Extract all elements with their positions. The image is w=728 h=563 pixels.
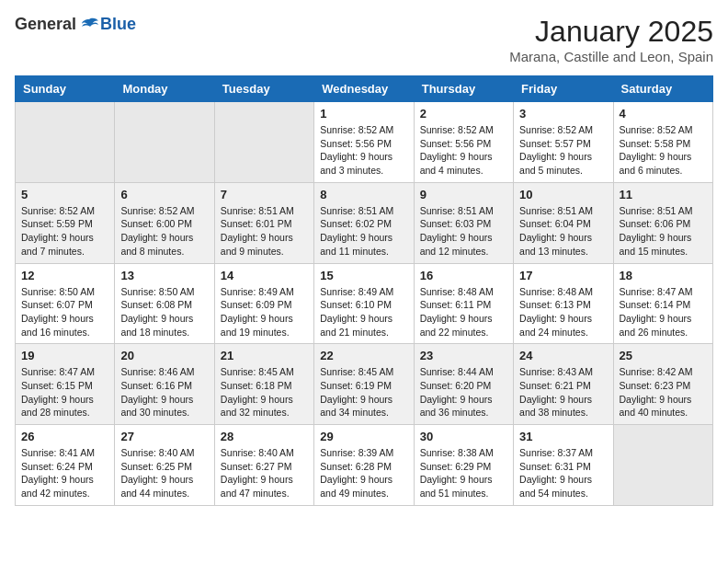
day-number: 16 bbox=[420, 269, 507, 282]
day-number: 11 bbox=[620, 188, 707, 201]
day-info: Sunrise: 8:51 AMSunset: 6:04 PMDaylight:… bbox=[519, 204, 607, 259]
day-info: Sunrise: 8:49 AMSunset: 6:09 PMDaylight:… bbox=[221, 285, 308, 339]
day-number: 5 bbox=[21, 188, 108, 201]
day-info: Sunrise: 8:47 AMSunset: 6:15 PMDaylight:… bbox=[21, 365, 108, 419]
calendar-day-cell: 9Sunrise: 8:51 AMSunset: 6:03 PMDaylight… bbox=[414, 182, 513, 263]
day-info: Sunrise: 8:46 AMSunset: 6:16 PMDaylight:… bbox=[120, 365, 208, 419]
calendar-day-cell: 3Sunrise: 8:52 AMSunset: 5:57 PMDaylight… bbox=[514, 102, 613, 183]
day-info: Sunrise: 8:52 AMSunset: 5:58 PMDaylight:… bbox=[620, 123, 707, 178]
calendar-day-cell: 10Sunrise: 8:51 AMSunset: 6:04 PMDayligh… bbox=[514, 182, 613, 263]
day-number: 7 bbox=[221, 188, 308, 201]
day-number: 15 bbox=[320, 269, 407, 282]
day-of-week-header: Wednesday bbox=[314, 76, 414, 102]
calendar-day-cell: 19Sunrise: 8:47 AMSunset: 6:15 PMDayligh… bbox=[16, 344, 115, 425]
day-info: Sunrise: 8:42 AMSunset: 6:23 PMDaylight:… bbox=[620, 365, 707, 419]
day-info: Sunrise: 8:40 AMSunset: 6:25 PMDaylight:… bbox=[120, 446, 208, 500]
calendar-day-cell: 20Sunrise: 8:46 AMSunset: 6:16 PMDayligh… bbox=[115, 344, 214, 425]
logo: General Blue bbox=[15, 15, 136, 34]
day-number: 30 bbox=[420, 430, 507, 443]
day-number: 1 bbox=[320, 107, 407, 121]
calendar-day-cell bbox=[115, 102, 214, 183]
day-of-week-header: Saturday bbox=[613, 76, 712, 102]
day-number: 22 bbox=[320, 349, 407, 362]
calendar-day-cell: 16Sunrise: 8:48 AMSunset: 6:11 PMDayligh… bbox=[414, 263, 513, 344]
day-number: 19 bbox=[21, 349, 108, 362]
page-header: General Blue January 2025 Marana, Castil… bbox=[15, 15, 713, 64]
day-number: 2 bbox=[420, 107, 507, 121]
day-info: Sunrise: 8:51 AMSunset: 6:06 PMDaylight:… bbox=[620, 204, 707, 259]
day-number: 18 bbox=[620, 269, 707, 282]
calendar-day-cell: 31Sunrise: 8:37 AMSunset: 6:31 PMDayligh… bbox=[514, 425, 613, 506]
day-number: 8 bbox=[320, 188, 407, 201]
calendar-day-cell: 18Sunrise: 8:47 AMSunset: 6:14 PMDayligh… bbox=[613, 263, 712, 344]
calendar-header-row: SundayMondayTuesdayWednesdayThursdayFrid… bbox=[16, 76, 713, 102]
day-info: Sunrise: 8:52 AMSunset: 5:56 PMDaylight:… bbox=[320, 123, 407, 178]
calendar-week-row: 5Sunrise: 8:52 AMSunset: 5:59 PMDaylight… bbox=[16, 182, 713, 263]
calendar-day-cell: 27Sunrise: 8:40 AMSunset: 6:25 PMDayligh… bbox=[115, 425, 214, 506]
day-of-week-header: Tuesday bbox=[214, 76, 313, 102]
logo-bird-icon bbox=[80, 17, 98, 32]
day-info: Sunrise: 8:41 AMSunset: 6:24 PMDaylight:… bbox=[21, 446, 108, 500]
day-of-week-header: Thursday bbox=[414, 76, 513, 102]
calendar-day-cell bbox=[16, 102, 115, 183]
month-title: January 2025 bbox=[509, 15, 713, 49]
calendar-day-cell bbox=[613, 425, 712, 506]
calendar-day-cell: 8Sunrise: 8:51 AMSunset: 6:02 PMDaylight… bbox=[314, 182, 414, 263]
calendar-week-row: 19Sunrise: 8:47 AMSunset: 6:15 PMDayligh… bbox=[16, 344, 713, 425]
calendar-day-cell: 13Sunrise: 8:50 AMSunset: 6:08 PMDayligh… bbox=[115, 263, 214, 344]
calendar-week-row: 1Sunrise: 8:52 AMSunset: 5:56 PMDaylight… bbox=[16, 102, 713, 183]
day-info: Sunrise: 8:47 AMSunset: 6:14 PMDaylight:… bbox=[620, 285, 707, 339]
location-subtitle: Marana, Castille and Leon, Spain bbox=[509, 49, 713, 64]
day-info: Sunrise: 8:48 AMSunset: 6:13 PMDaylight:… bbox=[519, 285, 607, 339]
day-number: 14 bbox=[221, 269, 308, 282]
day-number: 23 bbox=[420, 349, 507, 362]
calendar-day-cell: 23Sunrise: 8:44 AMSunset: 6:20 PMDayligh… bbox=[414, 344, 513, 425]
calendar-day-cell: 24Sunrise: 8:43 AMSunset: 6:21 PMDayligh… bbox=[514, 344, 613, 425]
calendar-week-row: 26Sunrise: 8:41 AMSunset: 6:24 PMDayligh… bbox=[16, 425, 713, 506]
day-of-week-header: Monday bbox=[115, 76, 214, 102]
day-number: 3 bbox=[519, 107, 607, 121]
calendar-day-cell: 6Sunrise: 8:52 AMSunset: 6:00 PMDaylight… bbox=[115, 182, 214, 263]
day-info: Sunrise: 8:49 AMSunset: 6:10 PMDaylight:… bbox=[320, 285, 407, 339]
day-info: Sunrise: 8:51 AMSunset: 6:03 PMDaylight:… bbox=[420, 204, 507, 259]
day-info: Sunrise: 8:48 AMSunset: 6:11 PMDaylight:… bbox=[420, 285, 507, 339]
title-area: January 2025 Marana, Castille and Leon, … bbox=[509, 15, 713, 64]
day-number: 17 bbox=[519, 269, 607, 282]
calendar-day-cell: 2Sunrise: 8:52 AMSunset: 5:56 PMDaylight… bbox=[414, 102, 513, 183]
day-number: 9 bbox=[420, 188, 507, 201]
calendar-day-cell: 17Sunrise: 8:48 AMSunset: 6:13 PMDayligh… bbox=[514, 263, 613, 344]
day-info: Sunrise: 8:43 AMSunset: 6:21 PMDaylight:… bbox=[519, 365, 607, 419]
calendar-day-cell: 26Sunrise: 8:41 AMSunset: 6:24 PMDayligh… bbox=[16, 425, 115, 506]
day-info: Sunrise: 8:52 AMSunset: 5:56 PMDaylight:… bbox=[420, 123, 507, 178]
calendar-day-cell bbox=[214, 102, 313, 183]
day-info: Sunrise: 8:45 AMSunset: 6:19 PMDaylight:… bbox=[320, 365, 407, 419]
day-number: 6 bbox=[120, 188, 208, 201]
day-number: 21 bbox=[221, 349, 308, 362]
calendar-day-cell: 11Sunrise: 8:51 AMSunset: 6:06 PMDayligh… bbox=[613, 182, 712, 263]
calendar-day-cell: 29Sunrise: 8:39 AMSunset: 6:28 PMDayligh… bbox=[314, 425, 414, 506]
calendar-day-cell: 22Sunrise: 8:45 AMSunset: 6:19 PMDayligh… bbox=[314, 344, 414, 425]
calendar-day-cell: 1Sunrise: 8:52 AMSunset: 5:56 PMDaylight… bbox=[314, 102, 414, 183]
day-info: Sunrise: 8:51 AMSunset: 6:02 PMDaylight:… bbox=[320, 204, 407, 259]
day-of-week-header: Friday bbox=[514, 76, 613, 102]
day-of-week-header: Sunday bbox=[16, 76, 115, 102]
day-number: 27 bbox=[120, 430, 208, 443]
day-number: 31 bbox=[519, 430, 607, 443]
day-info: Sunrise: 8:37 AMSunset: 6:31 PMDaylight:… bbox=[519, 446, 607, 500]
logo-general-text: General bbox=[15, 15, 76, 34]
calendar-day-cell: 15Sunrise: 8:49 AMSunset: 6:10 PMDayligh… bbox=[314, 263, 414, 344]
calendar-table: SundayMondayTuesdayWednesdayThursdayFrid… bbox=[15, 75, 713, 506]
calendar-day-cell: 28Sunrise: 8:40 AMSunset: 6:27 PMDayligh… bbox=[214, 425, 313, 506]
day-info: Sunrise: 8:45 AMSunset: 6:18 PMDaylight:… bbox=[221, 365, 308, 419]
day-info: Sunrise: 8:51 AMSunset: 6:01 PMDaylight:… bbox=[221, 204, 308, 259]
day-number: 13 bbox=[120, 269, 208, 282]
day-info: Sunrise: 8:40 AMSunset: 6:27 PMDaylight:… bbox=[221, 446, 308, 500]
logo-blue-text: Blue bbox=[100, 15, 136, 34]
day-number: 26 bbox=[21, 430, 108, 443]
day-info: Sunrise: 8:50 AMSunset: 6:07 PMDaylight:… bbox=[21, 285, 108, 339]
day-info: Sunrise: 8:50 AMSunset: 6:08 PMDaylight:… bbox=[120, 285, 208, 339]
day-info: Sunrise: 8:52 AMSunset: 5:57 PMDaylight:… bbox=[519, 123, 607, 178]
day-info: Sunrise: 8:39 AMSunset: 6:28 PMDaylight:… bbox=[320, 446, 407, 500]
calendar-day-cell: 12Sunrise: 8:50 AMSunset: 6:07 PMDayligh… bbox=[16, 263, 115, 344]
calendar-day-cell: 30Sunrise: 8:38 AMSunset: 6:29 PMDayligh… bbox=[414, 425, 513, 506]
